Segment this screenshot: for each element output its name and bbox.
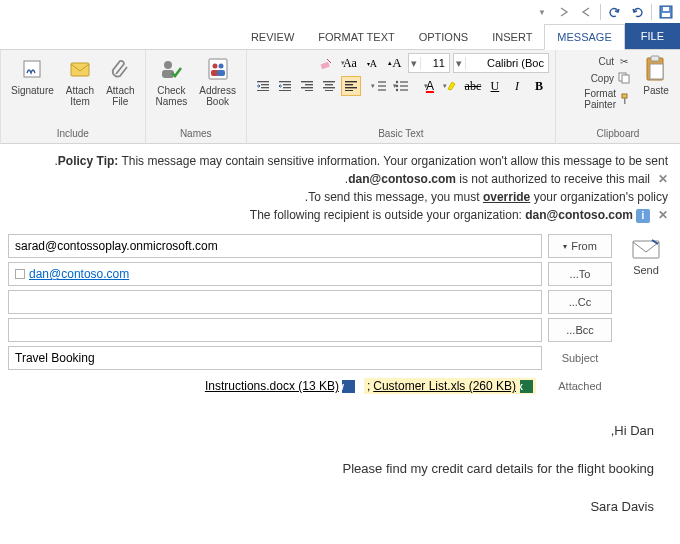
undo-icon[interactable] (629, 4, 645, 20)
svg-rect-14 (400, 85, 408, 86)
quick-access-toolbar: ▼ (534, 4, 674, 20)
svg-rect-10 (320, 62, 329, 69)
bold-button[interactable]: B (529, 76, 549, 96)
svg-rect-37 (283, 87, 291, 88)
svg-rect-27 (323, 81, 335, 82)
change-case-button[interactable]: Aa▾ (339, 53, 359, 73)
svg-rect-20 (378, 85, 386, 86)
address-book-icon (204, 55, 232, 83)
attachment-item[interactable]: W Instructions.docx (13 KB) (205, 379, 356, 393)
copy-button[interactable]: Copy (562, 70, 634, 86)
attachment-item[interactable]: X Customer List.xls (260 KB); (364, 378, 536, 394)
svg-rect-39 (257, 81, 269, 82)
bullets-button[interactable]: ▾ (391, 76, 411, 96)
clear-formatting-button[interactable] (316, 53, 336, 73)
compose-header: Send From▾ sarad@contossoplay.onmicrosof… (0, 230, 680, 402)
bcc-field[interactable] (8, 318, 542, 342)
svg-rect-50 (71, 63, 89, 76)
check-names-button[interactable]: Check Names (152, 53, 192, 109)
font-name-combo[interactable]: Calibri (Boc▾ (453, 53, 549, 73)
attach-file-button[interactable]: Attach File (102, 53, 138, 109)
svg-rect-22 (378, 89, 386, 90)
highlight-button[interactable]: ▾ (441, 76, 461, 96)
svg-rect-16 (400, 89, 408, 90)
dismiss-icon[interactable]: ✕ (656, 170, 668, 182)
align-center-button[interactable] (319, 76, 339, 96)
paperclip-icon (106, 55, 134, 83)
svg-rect-4 (651, 56, 659, 61)
italic-button[interactable]: I (507, 76, 527, 96)
message-body[interactable]: Hi Dan, Please find my credit card detai… (0, 402, 680, 544)
title-bar: ▼ (0, 0, 680, 24)
from-button[interactable]: From▾ (548, 234, 612, 258)
attachments-field: X Customer List.xls (260 KB); W Instruct… (8, 374, 542, 398)
svg-rect-51 (24, 61, 40, 77)
attached-label: Attached (548, 380, 612, 392)
svg-point-45 (218, 64, 223, 69)
tab-file[interactable]: FILE (625, 23, 680, 49)
excel-icon: X (519, 379, 533, 393)
font-color-button[interactable]: A▾ (419, 76, 439, 96)
svg-rect-47 (217, 70, 225, 76)
svg-rect-31 (301, 81, 313, 82)
svg-rect-8 (622, 94, 627, 98)
svg-rect-26 (345, 90, 353, 91)
word-icon: W (342, 379, 356, 393)
svg-rect-25 (345, 87, 357, 88)
subject-field[interactable]: Travel Booking (8, 346, 542, 370)
svg-rect-34 (305, 90, 313, 91)
cc-button[interactable]: Cc... (548, 290, 612, 314)
align-left-button[interactable] (341, 76, 361, 96)
align-right-button[interactable] (297, 76, 317, 96)
format-painter-button[interactable]: Format Painter (562, 87, 634, 111)
cc-field[interactable] (8, 290, 542, 314)
cut-button[interactable]: ✂Cut (562, 53, 634, 69)
clipboard-icon (642, 55, 670, 83)
check-names-icon (157, 55, 185, 83)
address-book-button[interactable]: Address Book (195, 53, 240, 109)
svg-rect-2 (663, 7, 669, 11)
redo-icon[interactable] (607, 4, 623, 20)
attach-item-button[interactable]: Attach Item (62, 53, 98, 109)
decrease-indent-button[interactable] (275, 76, 295, 96)
tab-insert[interactable]: INSERT (480, 25, 544, 49)
override-link[interactable]: override (483, 190, 530, 204)
paste-button[interactable]: Paste (638, 53, 674, 98)
group-names: Address Book Check Names Names (145, 50, 246, 144)
info-icon: i (636, 209, 650, 223)
attach-item-icon (66, 55, 94, 83)
dismiss-icon[interactable]: ✕ (656, 206, 668, 218)
tab-format-text[interactable]: FORMAT TEXT (306, 25, 406, 49)
strikethrough-button[interactable]: abc (463, 76, 483, 96)
bcc-button[interactable]: Bcc... (548, 318, 612, 342)
to-button[interactable]: To... (548, 262, 612, 286)
numbering-button[interactable]: 123▾ (369, 76, 389, 96)
save-icon[interactable] (658, 4, 674, 20)
svg-rect-28 (325, 84, 333, 85)
svg-text:X: X (520, 382, 523, 392)
previous-icon[interactable] (578, 4, 594, 20)
signature-icon (18, 55, 46, 83)
copy-icon (617, 71, 631, 85)
grow-font-button[interactable]: A▴ (385, 53, 405, 73)
tab-message[interactable]: MESSAGE (544, 24, 624, 50)
send-button[interactable]: Send (620, 234, 672, 398)
signature-button[interactable]: Signature (7, 53, 58, 98)
svg-rect-40 (261, 84, 269, 85)
svg-rect-43 (209, 59, 227, 79)
shrink-font-button[interactable]: A▾ (362, 53, 382, 73)
tab-options[interactable]: OPTIONS (407, 25, 481, 49)
ribbon-tabs: FILE MESSAGE INSERT OPTIONS FORMAT TEXT … (0, 24, 680, 50)
ribbon: Paste ✂Cut Copy Format Painter Clipboard… (0, 50, 680, 144)
svg-rect-29 (323, 87, 335, 88)
tab-review[interactable]: REVIEW (239, 25, 306, 49)
next-icon[interactable] (556, 4, 572, 20)
font-size-combo[interactable]: 11▾ (408, 53, 450, 73)
to-field[interactable]: dan@contoso.com (8, 262, 542, 286)
qat-customize-icon[interactable]: ▼ (534, 4, 550, 20)
from-field[interactable]: sarad@contossoplay.onmicrosoft.com (8, 234, 542, 258)
underline-button[interactable]: U (485, 76, 505, 96)
svg-rect-52 (633, 241, 659, 258)
increase-indent-button[interactable] (253, 76, 273, 96)
svg-point-48 (164, 61, 172, 69)
